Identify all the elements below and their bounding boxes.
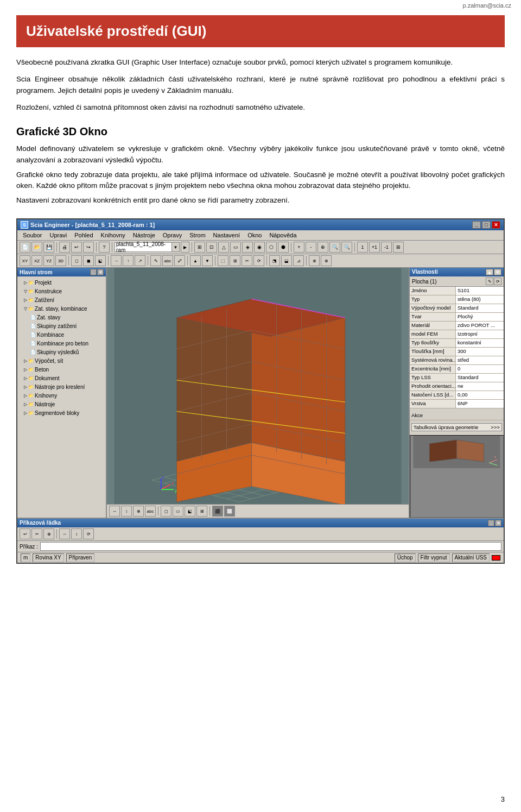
tree-item-zat-stavy-sub[interactable]: 📄 Zat. stavy bbox=[18, 313, 105, 322]
view-btn-a[interactable]: ↔ bbox=[109, 506, 120, 517]
cmd-tb-d[interactable]: ↔ bbox=[59, 528, 70, 539]
left-panel-btn-b[interactable]: ✕ bbox=[97, 269, 104, 275]
prop-val-vrstva[interactable]: 6NP bbox=[456, 400, 504, 408]
toolbar2-btn-x[interactable]: ⊗ bbox=[321, 255, 332, 266]
toolbar-btn-o[interactable]: 1 bbox=[357, 242, 368, 253]
menu-opravy[interactable]: Opravy bbox=[160, 231, 185, 240]
toolbar-btn-e[interactable]: ▭ bbox=[230, 242, 241, 253]
toolbar-open[interactable]: 📂 bbox=[31, 242, 42, 253]
toolbar2-btn-g[interactable]: ⬕ bbox=[95, 255, 106, 266]
toolbar2-btn-m[interactable]: 🖉 bbox=[174, 255, 185, 266]
tree-item-beton[interactable]: ▷ 📁 Beton bbox=[18, 366, 105, 374]
project-name-dropdown[interactable]: ▼ bbox=[171, 243, 179, 251]
toolbar2-btn-r[interactable]: ✂ bbox=[242, 255, 252, 266]
toolbar-btn-c[interactable]: ⊡ bbox=[206, 242, 217, 253]
toolbar2-btn-u[interactable]: ⬓ bbox=[281, 255, 292, 266]
cmd-close-btn[interactable]: ✕ bbox=[495, 520, 501, 526]
win-titlebar-buttons[interactable]: _ □ ✕ bbox=[472, 221, 500, 229]
toolbar-btn-g[interactable]: ◉ bbox=[254, 242, 265, 253]
maximize-button[interactable]: □ bbox=[482, 221, 491, 229]
status-uss[interactable]: Aktuální USS bbox=[452, 553, 490, 562]
tree-item-projekt[interactable]: ▷ 📁 Projekt bbox=[18, 279, 105, 287]
toolbar2-btn-a[interactable]: XY bbox=[20, 255, 30, 266]
cmd-titlebar-btns[interactable]: _ ✕ bbox=[488, 520, 501, 526]
props-subtitle-btns[interactable]: ✎ ⟳ bbox=[486, 278, 501, 285]
prop-val-jmeno[interactable]: S101 bbox=[456, 287, 504, 295]
props-btn-down[interactable]: ▼ bbox=[494, 269, 501, 275]
menu-pohled[interactable]: Pohled bbox=[71, 231, 96, 240]
toolbar-btn-l[interactable]: ⊕ bbox=[317, 242, 328, 253]
toolbar2-btn-j[interactable]: ↗ bbox=[135, 255, 145, 266]
props-edit-btn[interactable]: ✎ bbox=[486, 278, 493, 285]
tree-item-vypocet[interactable]: ▷ 📁 Výpočet, sít bbox=[18, 357, 105, 366]
toolbar-print[interactable]: 🖨 bbox=[59, 242, 70, 253]
prop-val-material[interactable]: zdivo POROT ... bbox=[456, 322, 504, 330]
cmd-input-field[interactable] bbox=[40, 542, 501, 551]
view-btn-b[interactable]: ↕ bbox=[121, 506, 132, 517]
tree-item-zat-stavy[interactable]: ▽ 📁 Zat. stavy, kombinace bbox=[18, 305, 105, 313]
cmd-minimize-btn[interactable]: _ bbox=[488, 520, 494, 526]
prop-val-excentricita[interactable]: 0 bbox=[456, 365, 504, 373]
cmd-tb-e[interactable]: ↕ bbox=[71, 528, 82, 539]
menu-strom[interactable]: Strom bbox=[186, 231, 208, 240]
toolbar-save[interactable]: 💾 bbox=[43, 242, 54, 253]
project-name-combo[interactable]: plachta_5_11_2008-ram ▼ bbox=[115, 242, 180, 252]
menu-nastroje[interactable]: Nástroje bbox=[130, 231, 158, 240]
toolbar-undo[interactable]: ↩ bbox=[71, 242, 82, 253]
menu-okno[interactable]: Okno bbox=[244, 231, 265, 240]
toolbar-btn-k[interactable]: - bbox=[306, 242, 316, 253]
prop-val-prohodit[interactable]: ne bbox=[456, 382, 504, 391]
toolbar2-btn-f[interactable]: ◼ bbox=[83, 255, 94, 266]
tree-item-dokument[interactable]: ▷ 📁 Dokument bbox=[18, 374, 105, 383]
toolbar-help[interactable]: ? bbox=[99, 242, 110, 253]
prop-val-natoceni[interactable]: 0,00 bbox=[456, 391, 504, 399]
menu-nastaveni[interactable]: Nastavení bbox=[210, 231, 244, 240]
3d-view-area[interactable]: z 2 x y z ↔ bbox=[107, 268, 409, 518]
toolbar2-btn-v[interactable]: ⊿ bbox=[293, 255, 304, 266]
toolbar2-btn-t[interactable]: ⬔ bbox=[269, 255, 280, 266]
prop-val-tvar[interactable]: Plochý bbox=[456, 313, 504, 321]
tree-item-kombinace-beton[interactable]: 📄 Kombinace pro beton bbox=[18, 339, 105, 348]
props-panel-buttons[interactable]: ▲ ▼ bbox=[486, 269, 501, 275]
toolbar2-btn-p[interactable]: ⬚ bbox=[218, 255, 228, 266]
toolbar2-btn-d[interactable]: 3D bbox=[55, 255, 66, 266]
toolbar-redo[interactable]: ↪ bbox=[83, 242, 94, 253]
prop-val-systemova[interactable]: střed bbox=[456, 356, 504, 364]
toolbar-btn-n[interactable]: 🔍 bbox=[341, 242, 352, 253]
toolbar-btn-m[interactable]: 🔍 bbox=[329, 242, 340, 253]
view-btn-j[interactable]: ⬜ bbox=[224, 506, 235, 517]
toolbar-btn-h[interactable]: ⬡ bbox=[266, 242, 277, 253]
close-button[interactable]: ✕ bbox=[492, 221, 500, 229]
toolbar2-btn-q[interactable]: ⊞ bbox=[230, 255, 240, 266]
tree-item-skupiny[interactable]: 📄 Skupiny zatížení bbox=[18, 322, 105, 331]
toolbar-btn-d[interactable]: △ bbox=[218, 242, 229, 253]
menu-knihovny[interactable]: Knihovny bbox=[98, 231, 129, 240]
toolbar2-btn-c[interactable]: YZ bbox=[43, 255, 54, 266]
toolbar2-btn-b[interactable]: XZ bbox=[31, 255, 42, 266]
prop-val-vypoctovy[interactable]: Standard bbox=[456, 304, 504, 312]
tree-item-segmentove[interactable]: ▷ 📁 Segmentové bloky bbox=[18, 409, 105, 418]
cmd-tb-a[interactable]: ↩ bbox=[20, 528, 30, 539]
toolbar-btn-p[interactable]: +1 bbox=[369, 242, 380, 253]
cmd-tb-f[interactable]: ⟳ bbox=[83, 528, 94, 539]
toolbar2-btn-e[interactable]: ◻ bbox=[71, 255, 82, 266]
view-btn-c[interactable]: ⊕ bbox=[133, 506, 144, 517]
tree-item-knihovny[interactable]: ▷ 📁 Knihovny bbox=[18, 392, 105, 400]
props-refresh-btn[interactable]: ⟳ bbox=[494, 278, 501, 285]
prop-val-fem[interactable]: Izotropní bbox=[456, 330, 504, 338]
toolbar2-btn-o[interactable]: ▼ bbox=[202, 255, 213, 266]
prop-val-typ[interactable]: stěna (80) bbox=[456, 295, 504, 304]
menu-soubor[interactable]: Soubor bbox=[20, 231, 45, 240]
toolbar2-btn-n[interactable]: ▲ bbox=[190, 255, 201, 266]
toolbar-btn-i[interactable]: ⬢ bbox=[278, 242, 289, 253]
cmd-tb-c[interactable]: ⊕ bbox=[43, 528, 54, 539]
minimize-button[interactable]: _ bbox=[472, 221, 481, 229]
status-uchop[interactable]: Úchop bbox=[395, 553, 416, 562]
tree-item-skupiny-vysledku[interactable]: 📄 Skupiny výsledků bbox=[18, 348, 105, 357]
toolbar2-btn-k[interactable]: ✎ bbox=[150, 255, 161, 266]
view-btn-e[interactable]: ◻ bbox=[161, 506, 171, 517]
tree-item-zatizeni[interactable]: ▷ 📁 Zatížení bbox=[18, 296, 105, 305]
view-btn-g[interactable]: ⬕ bbox=[185, 506, 195, 517]
tree-item-kombinace[interactable]: 📄 Kombinace bbox=[18, 331, 105, 339]
toolbar2-btn-l[interactable]: abc bbox=[162, 255, 173, 266]
